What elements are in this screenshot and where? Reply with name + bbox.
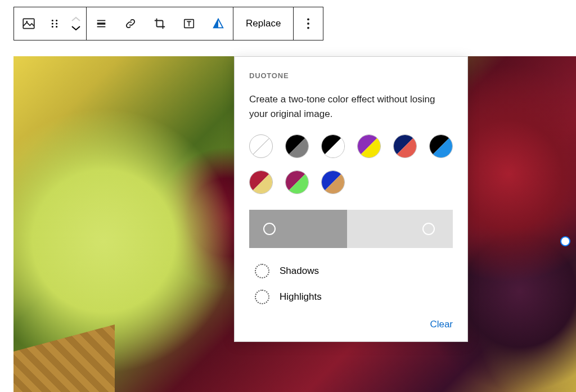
shadows-picker[interactable]: Shadows (255, 264, 453, 278)
more-options-button[interactable] (294, 7, 323, 40)
replace-button[interactable]: Replace (233, 7, 293, 40)
svg-point-12 (307, 18, 309, 20)
align-button[interactable] (87, 7, 116, 40)
shadows-label: Shadows (280, 265, 319, 277)
duotone-preset-black-gray[interactable] (285, 134, 309, 158)
block-movers (66, 16, 86, 31)
duotone-preset-blue-tan[interactable] (321, 170, 345, 194)
block-toolbar: Replace (14, 7, 323, 40)
duotone-preset-black-white[interactable] (321, 134, 345, 158)
duotone-gradient-bar[interactable] (249, 210, 453, 248)
shadows-color-indicator (255, 264, 269, 278)
toolbar-group-block (14, 7, 87, 40)
duotone-description: Create a two-tone color effect without l… (249, 92, 453, 121)
duotone-color-pickers: Shadows Highlights (249, 264, 453, 304)
svg-point-3 (56, 20, 57, 21)
highlights-color-indicator (255, 290, 269, 304)
resize-handle-right[interactable] (560, 236, 570, 246)
gradient-stop-shadows[interactable] (263, 223, 276, 235)
svg-point-14 (307, 27, 309, 29)
duotone-footer: Clear (249, 319, 453, 330)
svg-point-5 (56, 22, 57, 24)
svg-point-6 (52, 26, 53, 28)
duotone-preset-navy-red[interactable] (393, 134, 417, 158)
toolbar-group-replace: Replace (233, 7, 294, 40)
svg-point-1 (26, 21, 28, 22)
move-down-button[interactable] (70, 25, 82, 31)
clear-button[interactable]: Clear (430, 319, 453, 330)
toolbar-group-format (87, 7, 233, 40)
move-up-button[interactable] (70, 16, 82, 22)
duotone-preset-list (249, 134, 453, 194)
toolbar-group-more (294, 7, 323, 40)
svg-point-13 (307, 22, 309, 25)
highlights-label: Highlights (280, 291, 322, 303)
drag-handle-icon[interactable] (43, 17, 66, 30)
svg-point-7 (56, 26, 57, 28)
link-button[interactable] (116, 7, 145, 40)
duotone-button[interactable] (204, 7, 233, 40)
text-overlay-button[interactable] (174, 7, 204, 40)
svg-point-2 (52, 20, 53, 21)
block-type-image-button[interactable] (14, 7, 43, 40)
duotone-preset-black-blue[interactable] (429, 134, 453, 158)
duotone-title: DUOTONE (249, 71, 453, 80)
highlights-picker[interactable]: Highlights (255, 290, 453, 304)
crop-button[interactable] (145, 7, 174, 40)
duotone-preset-purple-yellow[interactable] (357, 134, 381, 158)
duotone-preset-crimson-sand[interactable] (249, 170, 273, 194)
duotone-preset-magenta-green[interactable] (285, 170, 309, 194)
svg-point-4 (52, 22, 53, 24)
duotone-preset-none[interactable] (249, 134, 273, 158)
gradient-stop-highlights[interactable] (422, 223, 435, 235)
duotone-popover: DUOTONE Create a two-tone color effect w… (234, 56, 468, 342)
